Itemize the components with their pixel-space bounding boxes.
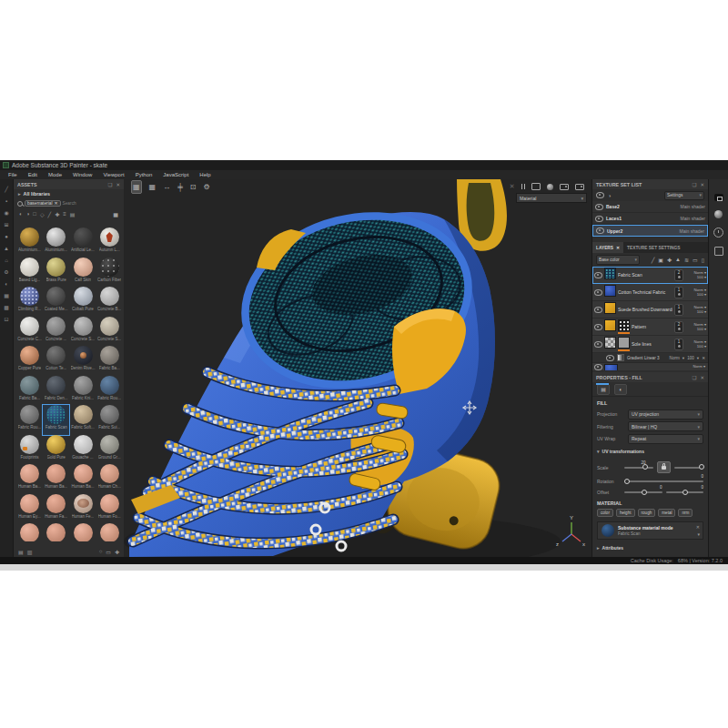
dock-icon[interactable]: ❏ — [107, 182, 112, 187]
settings-dropdown[interactable]: Settings ▾ — [664, 191, 704, 200]
menu-item-python[interactable]: Python — [130, 172, 158, 177]
channel-dropdown[interactable]: Base color ▾ — [596, 255, 640, 265]
material-item[interactable]: Fabric Rou... — [16, 405, 43, 435]
snap-grid-icon[interactable]: ▦ — [131, 180, 142, 194]
display-dock-icon[interactable] — [714, 247, 723, 256]
menu-item-mode[interactable]: Mode — [43, 172, 67, 177]
library-filter[interactable]: ▸ All libraries — [14, 189, 124, 198]
scale-slider-y[interactable] — [674, 467, 703, 469]
layer-row[interactable]: Suede Brushed Downwards1Norm ▾100 ▾ — [592, 301, 708, 318]
eraser-tool-icon[interactable]: ▪ — [5, 198, 7, 205]
material-item[interactable]: Cobalt Pure — [70, 287, 96, 317]
material-item[interactable]: Climbing R... — [16, 287, 43, 317]
smudge-tool-icon[interactable]: ● — [5, 234, 8, 240]
add-icon[interactable]: ✚ — [115, 549, 119, 555]
tag-close-icon[interactable]: ✕ — [54, 201, 57, 206]
material-item[interactable]: Human Ba... — [16, 464, 43, 494]
polygon-fill-tool-icon[interactable]: ⊞ — [4, 222, 8, 228]
plugins-icon[interactable]: ⊡ — [4, 317, 8, 323]
filters-filter-icon[interactable]: ◇ — [40, 211, 45, 217]
material-item[interactable]: Fabric Den... — [43, 376, 69, 406]
shelf-dock-icon[interactable] — [714, 194, 723, 201]
delete-layer-icon[interactable]: ▯ — [702, 257, 704, 263]
tab-material-properties[interactable]: ▤ — [597, 384, 610, 395]
close-icon[interactable]: ✕ — [700, 375, 704, 380]
texture-set-row[interactable]: Base2Main shader — [592, 201, 708, 213]
projection-dropdown[interactable]: UV projection ▾ — [628, 410, 703, 420]
focus-icon[interactable]: ⊡ — [190, 181, 197, 193]
visibility-icon[interactable] — [596, 192, 604, 198]
layer-blend-opacity[interactable]: Norm ▾100 ▾ — [685, 270, 706, 280]
dock-icon[interactable]: ❏ — [692, 182, 696, 187]
uv-wrap-dropdown[interactable]: Repeat ▾ — [628, 434, 703, 444]
material-item[interactable] — [16, 523, 43, 541]
brushes-filter-icon[interactable]: ╱ — [48, 211, 52, 217]
material-item[interactable]: Concrete ... — [43, 317, 69, 347]
material-item[interactable]: Based Lig... — [16, 258, 43, 288]
close-icon[interactable]: ✕ — [616, 246, 620, 250]
material-item[interactable]: Fabric Soft... — [70, 405, 96, 435]
menu-item-window[interactable]: Window — [67, 172, 97, 177]
export-textures-icon[interactable]: ⌂ — [5, 258, 8, 264]
shader-dock-icon[interactable] — [714, 210, 723, 218]
menu-item-viewport[interactable]: Viewport — [97, 172, 129, 177]
shader-settings-icon[interactable]: ◐ — [5, 281, 8, 288]
channel-chip-height[interactable]: height — [616, 509, 635, 517]
filter-circle-icon[interactable]: ○ — [99, 549, 103, 555]
sync-icon[interactable]: ✕ — [510, 183, 515, 190]
menu-item-file[interactable]: File — [3, 172, 23, 177]
layer-row[interactable]: Pattern2Norm ▾100 ▾ — [592, 318, 708, 336]
material-item[interactable]: Cotton Te... — [43, 346, 69, 376]
tab-layers[interactable]: LAYERS ✕ — [592, 242, 623, 253]
material-item[interactable]: Human Ey... — [16, 494, 43, 524]
add-smart-material-icon[interactable]: ≋ — [684, 257, 689, 263]
projection-tool-icon[interactable]: ◉ — [4, 210, 8, 217]
layer-row[interactable]: Cotton Technical Fabric1Norm ▾100 ▾ — [592, 284, 708, 301]
symmetry-icon[interactable]: ╪ — [177, 181, 183, 193]
material-item[interactable]: Concrete B... — [96, 287, 123, 317]
layer-blend-opacity[interactable]: Norm ▾100 ▾ — [685, 288, 706, 298]
materials-filter-icon[interactable]: ◐ — [19, 211, 23, 217]
channel-chip-metal[interactable]: metal — [658, 509, 675, 517]
channel-chip-color[interactable]: color — [597, 509, 613, 517]
material-item[interactable]: Concrete C... — [16, 317, 43, 347]
textures-filter-icon[interactable]: ≡ — [63, 211, 66, 217]
material-item[interactable]: Fabric Sui... — [96, 405, 123, 435]
layer-blend-opacity[interactable]: Norm ▾100 ▾ — [685, 322, 706, 332]
texture-set-row[interactable]: Laces1Main shader — [592, 213, 708, 225]
list-view-icon[interactable]: ▤ — [18, 549, 24, 555]
material-item[interactable]: Fabric Ba... — [16, 376, 43, 406]
uv-transformations-header[interactable]: ▾ UV transformations — [592, 446, 708, 456]
eye-icon[interactable] — [606, 355, 614, 361]
eye-icon[interactable] — [595, 216, 603, 222]
slider-knob[interactable] — [642, 490, 647, 495]
filtering-dropdown[interactable]: Bilinear | HQ ▾ — [628, 421, 703, 431]
offset-slider-y[interactable]: 0 — [666, 491, 704, 493]
material-item[interactable]: Aluminium... — [43, 228, 69, 258]
history-icon[interactable]: ▩ — [4, 305, 9, 311]
layer-effect-row[interactable]: Gradient Linear 3 Norm▾ 100▾ ✕ — [592, 353, 708, 363]
material-item[interactable]: Human Ba... — [70, 464, 96, 494]
eye-icon[interactable] — [594, 307, 602, 313]
eye-icon[interactable] — [594, 289, 602, 296]
material-item[interactable]: Concrete S... — [96, 317, 123, 347]
close-icon[interactable]: ✕ — [696, 524, 700, 530]
screenshot-icon[interactable] — [575, 184, 584, 190]
search-tag[interactable]: basematerial ✕ — [25, 200, 61, 207]
material-item[interactable]: Human Ba... — [43, 464, 69, 494]
material-item[interactable]: Gold Pure — [43, 435, 69, 465]
viewport-3d-model[interactable]: Y x z — [124, 179, 592, 557]
smart-materials-filter-icon[interactable]: ◑ — [26, 211, 30, 217]
menu-item-help[interactable]: Help — [194, 172, 216, 177]
material-item[interactable]: Coated Me... — [43, 287, 69, 317]
material-item[interactable]: Calf Skin — [70, 258, 96, 288]
eye-icon[interactable] — [595, 204, 603, 210]
pick-layer-icon[interactable]: ╱ — [652, 257, 655, 263]
viewport-settings-icon[interactable]: ⚙ — [204, 181, 210, 193]
material-item[interactable]: Human Fo... — [96, 494, 123, 524]
material-item[interactable]: Human Fa... — [43, 494, 69, 524]
offset-slider-x[interactable]: 0 — [624, 491, 662, 493]
paint-tool-icon[interactable]: ╱ — [5, 187, 8, 193]
material-item[interactable] — [70, 523, 96, 541]
add-paint-layer-icon[interactable]: ✚ — [667, 257, 672, 263]
